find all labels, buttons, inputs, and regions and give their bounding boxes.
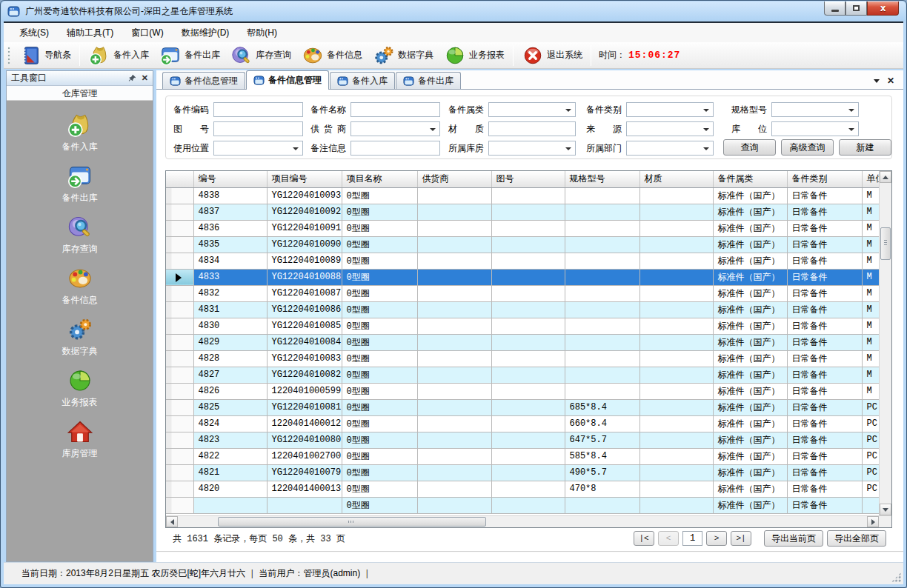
scroll-up-button[interactable]: [880, 171, 891, 183]
tab-2[interactable]: 备件信息管理: [246, 70, 329, 90]
field-1-3-combo[interactable]: [488, 102, 576, 117]
column-header-project_no[interactable]: 项目编号: [267, 171, 342, 187]
field-3-4-combo[interactable]: [626, 141, 714, 156]
sidebar-item-data-dict[interactable]: 数据字典: [7, 316, 153, 358]
cell-supplier: [417, 253, 491, 269]
table-row[interactable]: 4825YG122040100810型圈685*8.4标准件（国产）日常备件PC: [166, 399, 879, 415]
cell-id: 4838: [193, 187, 267, 204]
vertical-scroll-thumb[interactable]: [880, 227, 891, 260]
field-1-4-combo[interactable]: [626, 102, 714, 117]
field-2-4-combo[interactable]: [626, 121, 714, 136]
scroll-down-button[interactable]: [880, 504, 891, 515]
toolbar-nav-bar-button[interactable]: 导航条: [14, 44, 76, 67]
toolbar-parts-out-button[interactable]: 备件出库: [154, 44, 225, 67]
sidebar-item-parts-info[interactable]: 备件信息: [7, 265, 153, 307]
column-header-id[interactable]: 编号: [193, 171, 267, 187]
advanced-query-button[interactable]: 高级查询: [781, 139, 834, 156]
page-number-input[interactable]: [682, 531, 702, 546]
table-row[interactable]: 482612204010005990型圈标准件（国产）日常备件M: [166, 383, 879, 399]
column-header-category[interactable]: 备件类别: [787, 171, 862, 187]
table-row[interactable]: 4830YG122040100850型圈标准件（国产）日常备件M: [166, 318, 879, 334]
pin-icon[interactable]: [128, 74, 136, 82]
table-row[interactable]: 4833YG122040100880型圈标准件（国产）日常备件M: [166, 269, 879, 285]
minimize-button[interactable]: [824, 1, 845, 16]
menu-item-3[interactable]: 窗口(W): [122, 24, 172, 42]
table-row[interactable]: 4828YG122040100830型圈标准件（国产）日常备件M: [166, 350, 879, 367]
field-2-5-combo[interactable]: [771, 121, 859, 136]
next-page-button[interactable]: >: [706, 531, 727, 546]
field-2-1-input[interactable]: [213, 121, 303, 136]
export-current-page-button[interactable]: 导出当前页: [764, 530, 823, 547]
table-row[interactable]: 482412204014000120型圈660*8.4标准件（国产）日常备件PC: [166, 415, 879, 432]
sidebar-item-parts-out[interactable]: 备件出库: [7, 163, 153, 204]
table-row[interactable]: 482212204010027000型圈585*8.4标准件（国产）日常备件PC: [166, 448, 879, 464]
sidebar-item-stock-query[interactable]: 库存查询: [7, 214, 153, 255]
cell-unit: PC: [862, 399, 879, 415]
column-header-drawing[interactable]: 图号: [491, 171, 565, 187]
scroll-left-button[interactable]: [166, 516, 178, 527]
table-row[interactable]: 4829YG122040100840型圈标准件（国产）日常备件M: [166, 334, 879, 350]
toolbar-exit-system-button[interactable]: 退出系统: [516, 44, 588, 67]
table-row[interactable]: 4827YG122040100820型圈标准件（国产）日常备件M: [166, 367, 879, 383]
new-button[interactable]: 新建: [839, 139, 891, 156]
table-row[interactable]: 4823YG122040100800型圈647*5.7标准件（国产）日常备件PC: [166, 432, 879, 448]
vertical-scroll-track[interactable]: [880, 183, 891, 504]
resize-grip[interactable]: [891, 572, 901, 582]
tab-4[interactable]: 备件出库: [396, 72, 461, 89]
field-2-2-combo[interactable]: [350, 121, 440, 136]
column-header-unit[interactable]: 单位: [862, 171, 879, 187]
field-2-3-input[interactable]: [488, 121, 576, 136]
toolbar-data-dict-button[interactable]: 数据字典: [368, 44, 439, 67]
sidebar-item-business-report[interactable]: 业务报表: [7, 367, 153, 409]
table-row[interactable]: 4837YG122040100920型圈标准件（国产）日常备件M: [166, 204, 879, 220]
first-page-button[interactable]: |<: [634, 531, 654, 546]
last-page-button[interactable]: >|: [731, 531, 751, 546]
sidebar-item-warehouse-mgmt[interactable]: 库房管理: [7, 418, 153, 460]
toolbar-business-report-button[interactable]: 业务报表: [439, 44, 510, 67]
menu-item-5[interactable]: 帮助(H): [238, 24, 286, 42]
toolbar-parts-in-button[interactable]: 备件入库: [83, 44, 154, 67]
table-row[interactable]: 4821YG122040100790型圈490*5.7标准件（国产）日常备件PC: [166, 464, 879, 481]
column-header-material[interactable]: 材质: [639, 171, 713, 187]
toolbar-parts-info-button[interactable]: 备件信息: [296, 44, 368, 67]
field-1-1-input[interactable]: [213, 102, 303, 117]
column-header-supplier[interactable]: 供货商: [417, 171, 491, 187]
column-header-attr[interactable]: 备件属类: [713, 171, 787, 187]
maximize-button[interactable]: [845, 1, 867, 16]
horizontal-scroll-track[interactable]: [178, 516, 867, 527]
horizontal-scrollbar[interactable]: [166, 516, 879, 527]
horizontal-scroll-thumb[interactable]: [218, 517, 486, 527]
table-row[interactable]: 4835YG122040100900型圈标准件（国产）日常备件M: [166, 236, 879, 253]
export-all-pages-button[interactable]: 导出全部页: [827, 530, 886, 547]
toolbar-gripper[interactable]: [7, 46, 14, 65]
tab-1[interactable]: 备件信息管理: [162, 72, 245, 89]
table-row[interactable]: 4836YG122040100910型圈标准件（国产）日常备件M: [166, 220, 879, 236]
sidebar-item-parts-in[interactable]: 备件入库: [7, 112, 153, 153]
tab-3[interactable]: 备件入库: [330, 72, 395, 89]
field-1-2-input[interactable]: [350, 102, 440, 117]
query-button[interactable]: 查询: [723, 139, 776, 156]
field-3-1-combo[interactable]: [213, 141, 303, 156]
scroll-right-button[interactable]: [867, 516, 879, 527]
sidebar-close-icon[interactable]: ✕: [142, 73, 148, 83]
field-1-5-combo[interactable]: [771, 102, 859, 117]
field-3-2-input[interactable]: [350, 141, 440, 156]
column-header-name[interactable]: 项目名称: [342, 171, 417, 187]
table-row[interactable]: 4834YG122040100890型圈标准件（国产）日常备件M: [166, 253, 879, 269]
tab-close-button[interactable]: ✕: [887, 77, 894, 84]
vertical-scrollbar[interactable]: [879, 171, 891, 515]
menu-item-4[interactable]: 数据维护(D): [173, 24, 239, 42]
field-3-3-combo[interactable]: [488, 141, 576, 156]
table-row[interactable]: 4831YG122040100860型圈标准件（国产）日常备件M: [166, 301, 879, 318]
table-row[interactable]: 482012204014000130型圈470*8标准件（国产）日常备件PC: [166, 481, 879, 497]
table-row[interactable]: 4838YG122040100930型圈标准件（国产）日常备件M: [166, 187, 879, 204]
tab-list-button[interactable]: [874, 79, 880, 83]
column-header-spec[interactable]: 规格型号: [565, 171, 639, 187]
cell-material: [639, 464, 713, 481]
table-row[interactable]: 4832YG122040100870型圈标准件（国产）日常备件M: [166, 285, 879, 301]
close-button[interactable]: x: [867, 1, 899, 16]
toolbar-stock-query-button[interactable]: 库存查询: [225, 44, 296, 67]
menu-item-1[interactable]: 系统(S): [10, 24, 58, 42]
menu-item-2[interactable]: 辅助工具(T): [58, 24, 122, 42]
prev-page-button[interactable]: <: [658, 531, 679, 546]
